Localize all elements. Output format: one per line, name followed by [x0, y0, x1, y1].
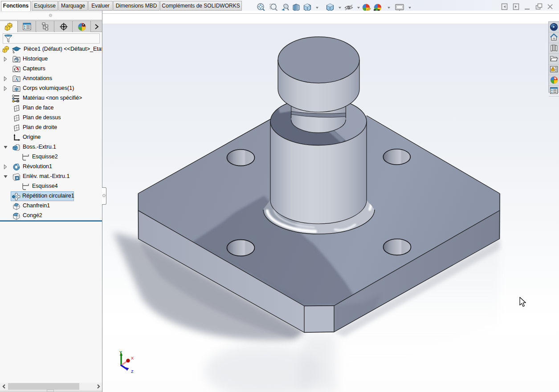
svg-text:Z: Z	[131, 369, 134, 374]
svg-text:X: X	[131, 356, 134, 360]
svg-text:Y: Y	[119, 350, 122, 355]
svg-text:A: A	[15, 77, 18, 82]
